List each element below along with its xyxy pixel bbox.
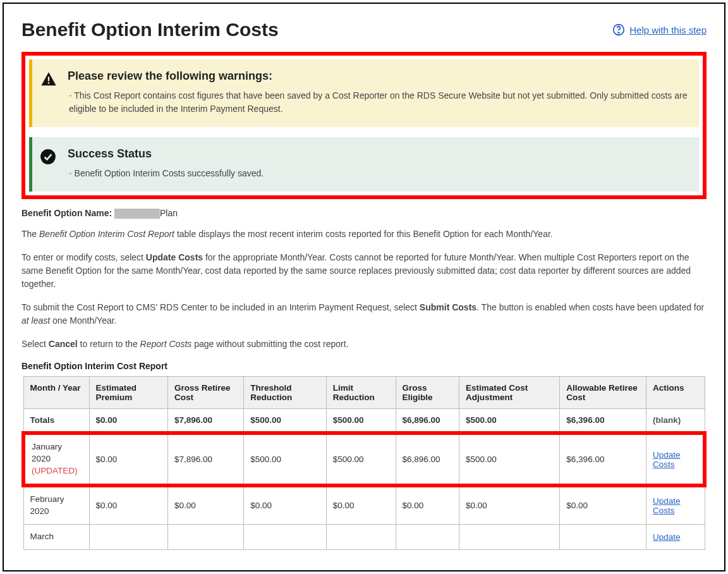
data-cell: $500.00	[244, 433, 327, 485]
intro-paragraph-1: The Benefit Option Interim Cost Report t…	[21, 228, 707, 241]
action-cell: Update Costs	[646, 485, 705, 524]
intro-paragraph-4: Select Cancel to return to the Report Co…	[21, 338, 707, 351]
benefit-option-suffix: Plan	[160, 208, 178, 218]
update-costs-link[interactable]: Update	[653, 532, 681, 542]
benefit-option-label: Benefit Option Name:	[21, 208, 112, 218]
data-cell: $0.00	[244, 485, 327, 524]
table-title: Benefit Option Interim Cost Report	[21, 361, 707, 371]
data-cell: $6,896.00	[396, 433, 459, 485]
action-cell: Update Costs	[646, 433, 705, 485]
intro-paragraph-3: To submit the Cost Report to CMS' RDS Ce…	[21, 301, 707, 327]
data-cell: $0.00	[167, 485, 243, 524]
table-row: January 2020 (UPDATED) $0.00 $7,896.00 $…	[23, 433, 705, 485]
success-icon	[40, 149, 60, 180]
help-link[interactable]: Help with this step	[612, 23, 707, 37]
data-cell: $500.00	[459, 433, 560, 485]
data-cell	[459, 524, 560, 549]
warning-list: This Cost Report contains cost figures t…	[68, 89, 688, 116]
update-costs-link[interactable]: Update Costs	[653, 496, 681, 515]
warning-title: Please review the following warnings:	[68, 70, 688, 83]
data-cell: $0.00	[89, 433, 167, 485]
col-allowable-retiree-cost: Allowable Retiree Cost	[560, 377, 646, 409]
update-costs-link[interactable]: Update Costs	[653, 450, 681, 469]
data-cell: $500.00	[326, 433, 396, 485]
table-header-row: Month / Year Estimated Premium Gross Ret…	[23, 377, 705, 409]
month-cell: January 2020 (UPDATED)	[23, 433, 89, 485]
page-title: Benefit Option Interim Costs	[21, 19, 279, 40]
data-cell	[326, 524, 396, 549]
data-cell	[396, 524, 459, 549]
success-list: Benefit Option Interim Costs successfull…	[68, 167, 688, 180]
success-alert: Success Status Benefit Option Interim Co…	[29, 137, 699, 192]
month-cell: March	[23, 524, 89, 549]
svg-rect-3	[48, 82, 49, 83]
benefit-option-name-row: Benefit Option Name: Plan	[21, 208, 707, 219]
col-limit-reduction: Limit Reduction	[326, 377, 396, 409]
data-cell: $0.00	[459, 485, 560, 524]
updated-flag: (UPDATED)	[32, 466, 78, 475]
totals-action: (blank)	[646, 409, 705, 434]
data-cell: $0.00	[326, 485, 396, 524]
data-cell	[89, 524, 167, 549]
svg-rect-2	[48, 76, 49, 81]
col-month: Month / Year	[23, 377, 89, 409]
warning-alert: Please review the following warnings: Th…	[29, 59, 699, 127]
totals-cell: $500.00	[459, 409, 560, 434]
help-link-label: Help with this step	[629, 25, 707, 35]
totals-cell: $6,396.00	[560, 409, 646, 434]
totals-row: Totals $0.00 $7,896.00 $500.00 $500.00 $…	[23, 409, 705, 434]
action-cell: Update	[646, 524, 705, 549]
success-message: Benefit Option Interim Costs successfull…	[69, 167, 688, 180]
help-icon	[612, 23, 626, 37]
col-estimated-cost-adjustment: Estimated Cost Adjustment	[459, 377, 560, 409]
totals-cell: $6,896.00	[396, 409, 459, 434]
page-header: Benefit Option Interim Costs Help with t…	[21, 19, 707, 40]
totals-cell: $7,896.00	[167, 409, 243, 434]
month-cell: February 2020	[23, 485, 89, 524]
table-row: March Update	[23, 524, 705, 549]
data-cell: $0.00	[396, 485, 459, 524]
col-gross-eligible: Gross Eligible	[396, 377, 459, 409]
cost-report-table: Month / Year Estimated Premium Gross Ret…	[21, 376, 707, 549]
data-cell	[560, 524, 646, 549]
warning-message: This Cost Report contains cost figures t…	[69, 89, 688, 116]
data-cell	[167, 524, 243, 549]
success-title: Success Status	[68, 147, 688, 161]
warning-icon	[40, 71, 60, 116]
col-threshold-reduction: Threshold Reduction	[244, 377, 327, 409]
data-cell	[244, 524, 327, 549]
svg-point-4	[40, 149, 56, 164]
data-cell: $0.00	[560, 485, 646, 524]
totals-label: Totals	[23, 409, 89, 434]
col-gross-retiree-cost: Gross Retiree Cost	[167, 377, 243, 409]
benefit-option-redacted	[114, 209, 160, 219]
col-actions: Actions	[646, 377, 705, 409]
data-cell: $6,396.00	[560, 433, 646, 485]
totals-cell: $500.00	[326, 409, 396, 434]
svg-point-1	[619, 32, 619, 33]
data-cell: $7,896.00	[167, 433, 243, 485]
alerts-highlight-box: Please review the following warnings: Th…	[21, 52, 707, 199]
totals-cell: $500.00	[244, 409, 327, 434]
col-estimated-premium: Estimated Premium	[89, 377, 167, 409]
totals-cell: $0.00	[89, 409, 167, 434]
intro-paragraph-2: To enter or modify costs, select Update …	[21, 251, 707, 291]
table-row: February 2020 $0.00 $0.00 $0.00 $0.00 $0…	[23, 485, 705, 524]
page-container: Benefit Option Interim Costs Help with t…	[3, 3, 725, 571]
data-cell: $0.00	[89, 485, 167, 524]
